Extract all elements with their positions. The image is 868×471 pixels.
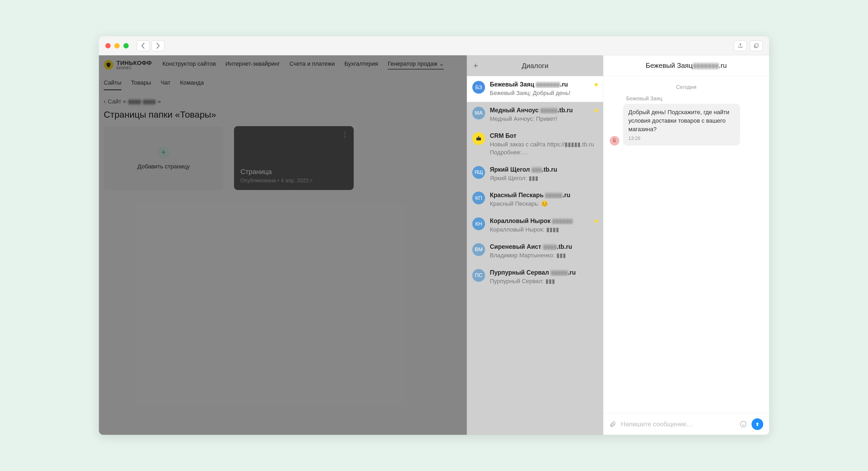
titlebar [99, 36, 769, 55]
share-button[interactable] [734, 40, 747, 51]
dialog-name: Сиреневый Аист ▮▮▮▮.tb.ru [490, 243, 598, 251]
dialog-preview: Владимир Мартыненко: ▮▮▮ [490, 252, 598, 260]
dialog-avatar: ЯЩ [472, 166, 485, 179]
dialogs-panel: + Диалоги БЗБежевый Заяц ▮▮▮▮▮▮▮.ruБежев… [467, 55, 603, 435]
chat-header: Бежевый Заяц ▮▮▮▮▮▮▮.ru [603, 55, 769, 76]
dim-overlay [99, 55, 467, 435]
chat-body: Сегодня Бежевый Заяц Б Добрый день! Подс… [603, 76, 769, 413]
dialog-item[interactable]: ЯЩЯркий Щегол ▮▮▮.tb.ruЯркий Щегол: ▮▮▮ [467, 161, 603, 187]
dialog-name: CRM Бот [490, 132, 598, 140]
dialogs-header: + Диалоги [467, 55, 603, 76]
message-time: 13:26 [628, 136, 735, 141]
dialogs-title: Диалоги [522, 62, 549, 70]
message-author: Бежевый Заяц [626, 95, 763, 101]
dialog-avatar: МА [472, 107, 485, 119]
message-input[interactable] [621, 420, 735, 428]
svg-point-3 [740, 421, 746, 427]
emoji-icon[interactable] [740, 421, 747, 428]
message-row: Б Добрый день! Подскажите, где найти усл… [610, 104, 763, 146]
dialog-item[interactable]: ВМСиреневый Аист ▮▮▮▮.tb.ruВладимир Март… [467, 238, 603, 264]
message-avatar: Б [610, 136, 619, 146]
main-area: ТИНЬКОФФБИЗНЕС Конструктор сайтов Интерн… [99, 55, 467, 435]
unread-indicator [595, 83, 598, 86]
dialog-item[interactable]: КПКрасный Пескарь ▮▮▮▮▮.ruКрасный Пескар… [467, 187, 603, 213]
close-window-button[interactable] [105, 43, 111, 49]
dialog-name: Красный Пескарь ▮▮▮▮▮.ru [490, 192, 598, 199]
chat-panel: Бежевый Заяц ▮▮▮▮▮▮▮.ru Сегодня Бежевый … [603, 55, 769, 435]
dialog-list: БЗБежевый Заяц ▮▮▮▮▮▮▮.ruБежевый Заяц: Д… [467, 76, 603, 290]
dialog-name: Коралловый Нырок ▮▮▮▮▮▮ [490, 217, 598, 225]
dialog-avatar [472, 132, 485, 145]
dialog-preview: Пурпурный Сервал: ▮▮▮ [490, 277, 598, 285]
dialog-preview: Бежевый Заяц: Добрый день! [490, 89, 598, 97]
send-button[interactable] [751, 418, 763, 430]
composer [603, 413, 769, 435]
message-text: Добрый день! Подскажите, где найти услов… [628, 108, 735, 134]
back-button[interactable] [137, 40, 150, 51]
svg-point-2 [478, 136, 479, 137]
dialog-name: Пурпурный Сервал ▮▮▮▮▮.ru [490, 269, 598, 276]
dialog-avatar: БЗ [472, 81, 485, 94]
attach-icon[interactable] [609, 421, 616, 428]
dialog-preview: Новый заказ с сайта https://▮▮▮▮▮.tb.ru … [490, 141, 598, 156]
svg-rect-1 [476, 138, 481, 141]
tabs-button[interactable] [750, 40, 763, 51]
dialog-name: Медный Анчоус ▮▮▮▮▮.tb.ru [490, 107, 598, 114]
dialog-preview: Медный Анчоус: Привет! [490, 115, 598, 123]
dialog-preview: Коралловый Нырок: ▮▮▮▮ [490, 226, 598, 234]
minimize-window-button[interactable] [114, 43, 120, 49]
dialog-item[interactable]: КНКоралловый Нырок ▮▮▮▮▮▮Коралловый Ныро… [467, 213, 603, 238]
dialog-name: Яркий Щегол ▮▮▮.tb.ru [490, 166, 598, 173]
dialog-name: Бежевый Заяц ▮▮▮▮▮▮▮.ru [490, 81, 598, 88]
browser-window: ТИНЬКОФФБИЗНЕС Конструктор сайтов Интерн… [99, 36, 769, 435]
dialog-avatar: КП [472, 192, 485, 204]
maximize-window-button[interactable] [123, 43, 129, 49]
dialog-avatar: ВМ [472, 243, 485, 256]
dialog-avatar: КН [472, 217, 485, 230]
dialog-preview: Красный Пескарь: 😊 [490, 200, 598, 208]
message-bubble: Добрый день! Подскажите, где найти услов… [623, 104, 740, 146]
new-dialog-button[interactable]: + [473, 61, 478, 70]
dialog-item[interactable]: МАМедный Анчоус ▮▮▮▮▮.tb.ruМедный Анчоус… [467, 102, 603, 128]
date-separator: Сегодня [610, 84, 763, 90]
dialog-preview: Яркий Щегол: ▮▮▮ [490, 174, 598, 182]
dialog-item[interactable]: CRM БотНовый заказ с сайта https://▮▮▮▮▮… [467, 127, 603, 161]
dialog-item[interactable]: БЗБежевый Заяц ▮▮▮▮▮▮▮.ruБежевый Заяц: Д… [467, 76, 603, 102]
unread-indicator [595, 109, 598, 112]
dialog-avatar: ПС [472, 269, 485, 282]
forward-button[interactable] [152, 40, 164, 51]
window-controls [105, 43, 129, 49]
svg-rect-0 [755, 43, 758, 47]
dialog-item[interactable]: ПСПурпурный Сервал ▮▮▮▮▮.ruПурпурный Сер… [467, 264, 603, 290]
